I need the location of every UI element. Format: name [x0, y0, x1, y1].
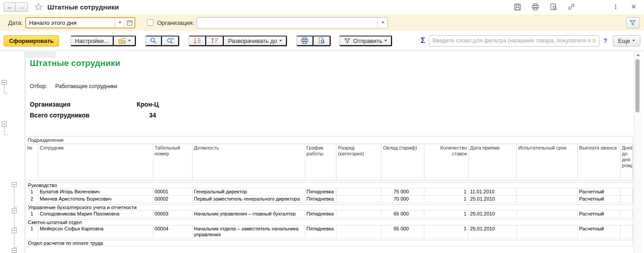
table-group-row[interactable]: Управление бухгалтерского учета и отчетн…	[26, 204, 633, 211]
print-button[interactable]	[297, 36, 313, 46]
column-header[interactable]: Оклад (тариф)	[382, 144, 424, 181]
column-header[interactable]: Выплата аванса	[578, 144, 621, 181]
table-cell[interactable]	[336, 211, 382, 218]
table-cell[interactable]	[621, 225, 633, 239]
table-cell[interactable]: Начальник отдела – заместитель начальник…	[193, 225, 305, 239]
table-cell[interactable]: 00004	[153, 225, 193, 239]
table-cell[interactable]: Расчетный	[578, 211, 621, 218]
more-button[interactable]: Еще	[613, 35, 640, 47]
collapse-group-toggle[interactable]	[2, 80, 7, 85]
column-header[interactable]: Дней до дня рождения	[621, 144, 633, 181]
collapse-group-toggle[interactable]	[12, 228, 17, 233]
back-button[interactable]: ←	[4, 2, 16, 12]
org-dropdown-button[interactable]	[377, 18, 387, 28]
table-cell[interactable]: Пятидневка	[305, 225, 337, 239]
table-cell[interactable]: Пятидневка	[305, 211, 337, 218]
table-cell[interactable]: Мейерсон Софья Карловна	[38, 225, 153, 239]
table-cell[interactable]: 1	[26, 225, 38, 239]
org-checkbox[interactable]	[147, 19, 153, 26]
table-cell[interactable]: 00002	[153, 196, 193, 203]
table-cell[interactable]: 1	[424, 188, 469, 196]
table-cell[interactable]: Булатов Игорь Виленович	[38, 188, 153, 196]
table-cell[interactable]: 00003	[153, 211, 193, 218]
table-cell[interactable]: 1	[424, 211, 469, 218]
table-cell[interactable]: Генеральный директор	[193, 188, 305, 196]
table-data-row[interactable]: 1Мейерсон Софья Карловна00004Начальник о…	[26, 225, 633, 239]
print-preview-button[interactable]	[313, 36, 331, 46]
table-cell[interactable]: Расчетный	[578, 196, 621, 203]
table-cell[interactable]: 25.01.2010	[469, 196, 517, 203]
column-header[interactable]: Должность	[193, 144, 305, 181]
collapse-group-toggle[interactable]	[12, 248, 17, 253]
table-cell[interactable]: 1	[26, 211, 38, 218]
table-group-row[interactable]: Сметно-штатный отдел	[26, 219, 633, 225]
help-link[interactable]: ?	[603, 37, 607, 44]
table-group-row[interactable]: Отдел расчетов по оплате труда	[26, 240, 633, 246]
collapse-group-toggle[interactable]	[12, 182, 17, 187]
table-cell[interactable]: 25.01.2010	[469, 211, 517, 218]
table-cell[interactable]: Пятидневка	[305, 196, 337, 203]
column-header[interactable]: №	[26, 144, 38, 181]
table-data-row[interactable]: 1Булатов Игорь Виленович00001Генеральный…	[26, 188, 633, 196]
quick-filter-input[interactable]	[429, 35, 599, 47]
send-button[interactable]: Отправить	[340, 36, 392, 46]
print-icon[interactable]	[530, 2, 540, 12]
expand-all-button[interactable]	[189, 36, 206, 46]
column-header[interactable]: Дата приема	[469, 144, 517, 181]
sum-selected-indicator[interactable]: Σ	[421, 36, 425, 45]
table-cell[interactable]: 65 000	[382, 211, 424, 218]
org-input[interactable]	[197, 18, 377, 28]
filter-settings-button[interactable]	[626, 17, 639, 28]
table-cell[interactable]: 2	[26, 196, 38, 203]
scroll-up-icon[interactable]	[636, 54, 640, 56]
table-cell[interactable]: 75 000	[382, 188, 424, 196]
table-cell[interactable]: Пятидневка	[305, 188, 337, 196]
table-cell[interactable]: 1	[26, 188, 38, 196]
table-cell[interactable]	[517, 225, 578, 239]
column-header[interactable]: Количество ставок	[424, 144, 469, 181]
forward-button[interactable]: →	[16, 2, 28, 12]
table-cell[interactable]	[517, 211, 578, 218]
table-cell[interactable]	[336, 196, 382, 203]
table-cell[interactable]	[517, 196, 578, 203]
search-button[interactable]	[146, 36, 162, 46]
date-calendar-button[interactable]	[124, 18, 134, 28]
column-header[interactable]: Табельный номер	[153, 144, 193, 181]
collapse-group-toggle[interactable]	[2, 122, 7, 126]
date-dropdown-button[interactable]	[115, 18, 124, 28]
table-group-row[interactable]: Руководство	[26, 182, 633, 188]
table-cell[interactable]: 1	[424, 196, 469, 203]
link-icon[interactable]	[566, 2, 576, 12]
close-icon[interactable]: ✕	[629, 2, 639, 12]
collapse-all-button[interactable]	[206, 36, 224, 46]
generate-button[interactable]: Сформировать	[4, 35, 59, 47]
more-menu-icon[interactable]: ⋮	[611, 2, 621, 12]
table-cell[interactable]: Солодовникова Мария Пахомовна	[38, 211, 153, 218]
table-groupcol-row[interactable]: Подразделение	[26, 136, 633, 144]
table-cell[interactable]	[621, 211, 633, 218]
table-cell[interactable]	[336, 188, 382, 196]
table-cell[interactable]	[621, 188, 633, 196]
search-next-button[interactable]	[162, 36, 179, 46]
table-cell[interactable]: Первый заместитель генерального директор…	[193, 196, 305, 203]
report-variants-button[interactable]	[114, 36, 136, 46]
settings-button[interactable]: Настройки...	[71, 36, 114, 46]
table-cell[interactable]	[517, 188, 578, 196]
table-cell[interactable]: Минчев Аристотель Борисович	[38, 196, 153, 203]
date-input[interactable]	[26, 18, 115, 28]
table-cell[interactable]: 1	[424, 225, 469, 239]
table-cell[interactable]: 25.01.2010	[469, 225, 517, 239]
table-cell[interactable]: 70 000	[382, 196, 424, 203]
table-cell[interactable]: Расчетный	[578, 225, 621, 239]
column-header[interactable]: Разряд (категория)	[336, 144, 382, 181]
favorite-star-icon[interactable]	[34, 3, 43, 11]
table-cell[interactable]	[621, 196, 633, 203]
collapse-group-toggle[interactable]	[12, 208, 17, 213]
table-cell[interactable]	[336, 225, 382, 239]
preview-icon[interactable]	[548, 2, 558, 12]
column-header[interactable]: Испытательный срок	[517, 144, 578, 181]
table-data-row[interactable]: 2Минчев Аристотель Борисович00002Первый …	[26, 196, 633, 203]
table-cell[interactable]: 11.01.2010	[469, 188, 517, 196]
table-cell[interactable]: 55 000	[382, 225, 424, 239]
scrollbar-thumb[interactable]	[635, 59, 639, 112]
